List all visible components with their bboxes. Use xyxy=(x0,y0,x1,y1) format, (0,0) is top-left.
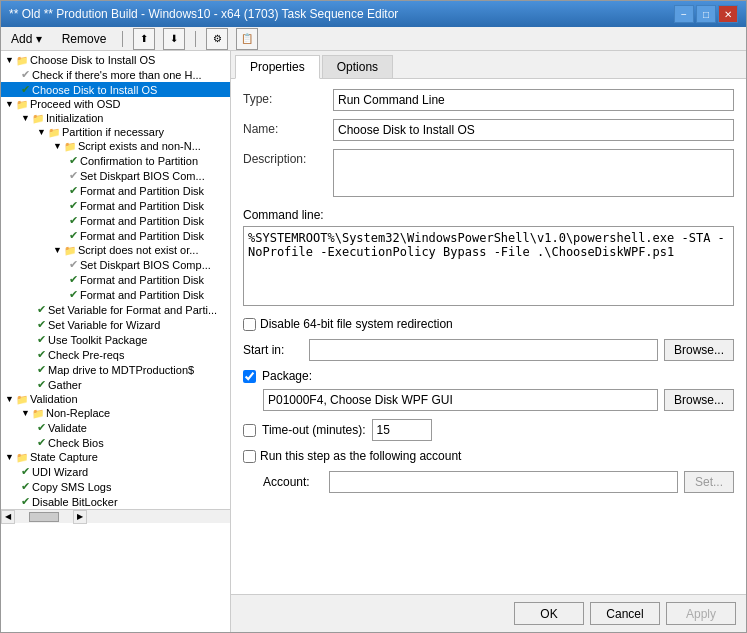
type-label: Type: xyxy=(243,89,333,106)
name-input[interactable] xyxy=(333,119,734,141)
tree-item[interactable]: ✔Format and Partition Disk xyxy=(1,213,230,228)
tree-item[interactable]: ✔Set Diskpart BIOS Comp... xyxy=(1,257,230,272)
package-checkbox[interactable] xyxy=(243,370,256,383)
type-input[interactable] xyxy=(333,89,734,111)
expand-icon: ▼ xyxy=(53,245,63,255)
ok-button[interactable]: OK xyxy=(514,602,584,625)
tree-item[interactable]: ▼📁Initialization xyxy=(1,111,230,125)
green-check-icon: ✔ xyxy=(69,288,78,301)
tree-item[interactable]: ✔Copy SMS Logs xyxy=(1,479,230,494)
menu-remove[interactable]: Remove xyxy=(56,30,113,48)
timeout-checkbox[interactable] xyxy=(243,424,256,437)
tree-item[interactable]: ✔Format and Partition Disk xyxy=(1,183,230,198)
run-as-row: Run this step as the following account xyxy=(243,449,734,463)
disable-redirect-label: Disable 64-bit file system redirection xyxy=(260,317,453,331)
main-window: ** Old ** Prodution Build - Windows10 - … xyxy=(0,0,747,633)
tree-item[interactable]: ✔Set Diskpart BIOS Com... xyxy=(1,168,230,183)
scroll-right-arrow[interactable]: ▶ xyxy=(73,510,87,524)
title-bar-buttons: − □ ✕ xyxy=(674,5,738,23)
tree-item[interactable]: ✔Format and Partition Disk xyxy=(1,198,230,213)
scroll-left-arrow[interactable]: ◀ xyxy=(1,510,15,524)
tree-item[interactable]: ▼📁Partition if necessary xyxy=(1,125,230,139)
cancel-button[interactable]: Cancel xyxy=(590,602,660,625)
account-label: Account: xyxy=(263,475,323,489)
expand-icon: ▼ xyxy=(21,113,31,123)
browse-button-1[interactable]: Browse... xyxy=(664,339,734,361)
tree-item-label: Set Diskpart BIOS Comp... xyxy=(80,259,211,271)
menu-add[interactable]: Add ▾ xyxy=(5,30,48,48)
description-input[interactable] xyxy=(333,149,734,197)
tree-item-label: Confirmation to Partition xyxy=(80,155,198,167)
green-check-icon: ✔ xyxy=(37,333,46,346)
toolbar-copy-button[interactable]: 📋 xyxy=(236,28,258,50)
tree-item[interactable]: ✔Confirmation to Partition xyxy=(1,153,230,168)
start-in-input[interactable] xyxy=(309,339,658,361)
tree-item[interactable]: ▼📁Choose Disk to Install OS xyxy=(1,53,230,67)
tab-options[interactable]: Options xyxy=(322,55,393,78)
timeout-input[interactable] xyxy=(372,419,432,441)
tree-item[interactable]: ✔Choose Disk to Install OS xyxy=(1,82,230,97)
disable-redirect-checkbox[interactable] xyxy=(243,318,256,331)
green-check-icon: ✔ xyxy=(69,273,78,286)
toolbar-up-button[interactable]: ⬆ xyxy=(133,28,155,50)
package-input[interactable] xyxy=(263,389,658,411)
expand-icon: ▼ xyxy=(5,452,15,462)
tree-item-label: Format and Partition Disk xyxy=(80,274,204,286)
close-button[interactable]: ✕ xyxy=(718,5,738,23)
minimize-button[interactable]: − xyxy=(674,5,694,23)
apply-button[interactable]: Apply xyxy=(666,602,736,625)
tree-item[interactable]: ✔Set Variable for Wizard xyxy=(1,317,230,332)
tree-item-label: Format and Partition Disk xyxy=(80,230,204,242)
tree-item-label: Choose Disk to Install OS xyxy=(30,54,155,66)
green-check-icon: ✔ xyxy=(69,154,78,167)
tree-item[interactable]: ▼📁Non-Replace xyxy=(1,406,230,420)
account-input[interactable] xyxy=(329,471,678,493)
tree-item[interactable]: ▼📁Script does not exist or... xyxy=(1,243,230,257)
tree-item[interactable]: ✔UDI Wizard xyxy=(1,464,230,479)
tree-item[interactable]: ▼📁Script exists and non-N... xyxy=(1,139,230,153)
tree-item[interactable]: ✔Set Variable for Format and Parti... xyxy=(1,302,230,317)
tree-item-label: Gather xyxy=(48,379,82,391)
tree-item[interactable]: ✔Check if there's more than one H... xyxy=(1,67,230,82)
tree-item-label: Partition if necessary xyxy=(62,126,164,138)
tree-item[interactable]: ✔Disable BitLocker xyxy=(1,494,230,509)
tree-item[interactable]: ▼📁Validation xyxy=(1,392,230,406)
tree-panel[interactable]: ▼📁Choose Disk to Install OS✔Check if the… xyxy=(1,51,231,632)
tree-item-label: Script does not exist or... xyxy=(78,244,198,256)
tree-item[interactable]: ✔Format and Partition Disk xyxy=(1,272,230,287)
run-as-checkbox[interactable] xyxy=(243,450,256,463)
tree-item-label: Check Pre-reqs xyxy=(48,349,124,361)
scroll-thumb[interactable] xyxy=(29,512,59,522)
menu-bar: Add ▾ Remove ⬆ ⬇ ⚙ 📋 xyxy=(1,27,746,51)
tree-item-label: Initialization xyxy=(46,112,103,124)
tree-item[interactable]: ✔Check Pre-reqs xyxy=(1,347,230,362)
tree-item[interactable]: ✔Validate xyxy=(1,420,230,435)
green-check-icon: ✔ xyxy=(37,363,46,376)
maximize-button[interactable]: □ xyxy=(696,5,716,23)
tree-item[interactable]: ▼📁State Capture xyxy=(1,450,230,464)
green-check-icon: ✔ xyxy=(37,421,46,434)
tree-item[interactable]: ✔Format and Partition Disk xyxy=(1,287,230,302)
green-check-icon: ✔ xyxy=(69,184,78,197)
tree-item-label: Validation xyxy=(30,393,78,405)
expand-icon: ▼ xyxy=(37,127,47,137)
toolbar-settings-button[interactable]: ⚙ xyxy=(206,28,228,50)
tree-item-label: Set Diskpart BIOS Com... xyxy=(80,170,205,182)
tree-item[interactable]: ▼📁Proceed with OSD xyxy=(1,97,230,111)
tree-item[interactable]: ✔Check Bios xyxy=(1,435,230,450)
tree-item[interactable]: ✔Map drive to MDTProduction$ xyxy=(1,362,230,377)
tree-item[interactable]: ✔Gather xyxy=(1,377,230,392)
tree-item-label: UDI Wizard xyxy=(32,466,88,478)
command-line-input[interactable]: %SYSTEMROOT%\System32\WindowsPowerShell\… xyxy=(243,226,734,306)
tree-scrollbar-x[interactable]: ◀ ▶ xyxy=(1,509,230,523)
tree-item[interactable]: ✔Format and Partition Disk xyxy=(1,228,230,243)
toolbar-down-button[interactable]: ⬇ xyxy=(163,28,185,50)
set-button[interactable]: Set... xyxy=(684,471,734,493)
tree-item[interactable]: ✔Use Toolkit Package xyxy=(1,332,230,347)
tab-properties[interactable]: Properties xyxy=(235,55,320,79)
main-content: ▼📁Choose Disk to Install OS✔Check if the… xyxy=(1,51,746,632)
right-panel: Properties Options Type: Name: xyxy=(231,51,746,632)
browse-button-2[interactable]: Browse... xyxy=(664,389,734,411)
expand-icon: ▼ xyxy=(5,394,15,404)
green-check-icon: ✔ xyxy=(21,480,30,493)
